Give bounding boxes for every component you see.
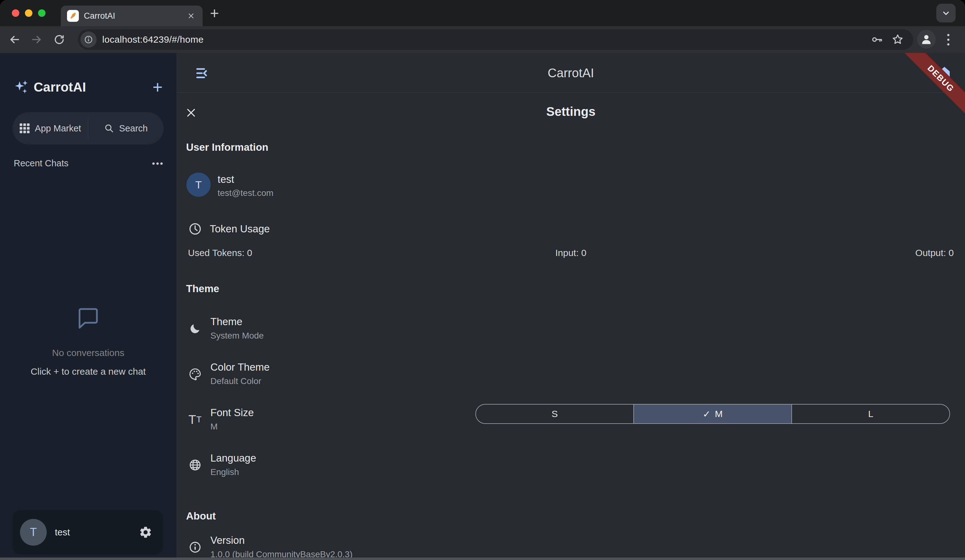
palette-icon bbox=[188, 367, 202, 381]
color-theme-value: Default Color bbox=[210, 375, 270, 387]
color-theme-label: Color Theme bbox=[210, 360, 270, 374]
collapse-menu-icon bbox=[195, 65, 210, 81]
tab-strip: CarrotAI + bbox=[0, 0, 965, 26]
reload-icon bbox=[53, 34, 65, 46]
settings-panel: Settings User Information T test test@te… bbox=[177, 93, 965, 560]
token-usage-label: Token Usage bbox=[210, 223, 270, 235]
used-tokens-value: Used Tokens: 0 bbox=[188, 248, 443, 258]
sidebar-user-card[interactable]: T test bbox=[13, 510, 163, 554]
fullscreen-window-button[interactable] bbox=[38, 9, 46, 17]
forward-button[interactable] bbox=[29, 32, 44, 47]
minimize-window-button[interactable] bbox=[25, 9, 33, 17]
user-info-row: T test test@test.com bbox=[186, 173, 273, 198]
about-heading: About bbox=[186, 510, 216, 522]
sidebar-header: CarrotAI + bbox=[14, 78, 163, 96]
empty-subtitle: Click + to create a new chat bbox=[0, 366, 177, 377]
url-text[interactable]: localhost:64239/#/home bbox=[102, 34, 204, 45]
language-value: English bbox=[210, 466, 256, 478]
font-size-segmented-control: S ✓M L bbox=[475, 404, 950, 424]
language-label: Language bbox=[210, 451, 256, 465]
tab-search-button[interactable] bbox=[936, 4, 956, 23]
home-icon bbox=[936, 65, 952, 81]
font-size-option-l[interactable]: L bbox=[792, 405, 949, 423]
font-size-value: M bbox=[210, 420, 254, 433]
account-name: test bbox=[218, 173, 273, 186]
back-arrow-icon bbox=[8, 33, 21, 46]
sidebar: CarrotAI + App Market Search Recen bbox=[0, 53, 177, 560]
recent-chats-header: Recent Chats ••• bbox=[14, 158, 164, 168]
account-email: test@test.com bbox=[218, 188, 273, 198]
search-icon bbox=[104, 123, 114, 133]
user-name: test bbox=[55, 527, 139, 537]
window-bottom-edge bbox=[0, 557, 965, 560]
token-stats-row: Used Tokens: 0 Input: 0 Output: 0 bbox=[188, 248, 954, 258]
new-tab-button[interactable]: + bbox=[206, 4, 223, 22]
window-controls bbox=[12, 9, 46, 17]
sidebar-quick-actions: App Market Search bbox=[13, 112, 164, 145]
font-size-label: Font Size bbox=[210, 405, 254, 420]
globe-icon bbox=[188, 458, 202, 472]
theme-mode-label: Theme bbox=[210, 315, 264, 329]
star-icon bbox=[891, 33, 904, 46]
font-size-option-m-label: M bbox=[715, 409, 723, 419]
font-size-row: TT Font Size M bbox=[188, 405, 254, 433]
back-button[interactable] bbox=[7, 32, 22, 47]
info-circle-icon bbox=[188, 540, 202, 554]
gear-icon[interactable] bbox=[139, 526, 152, 539]
carrot-favicon-icon bbox=[67, 10, 79, 22]
new-chat-button[interactable]: + bbox=[152, 78, 163, 96]
password-manager-button[interactable] bbox=[870, 32, 885, 47]
site-info-button[interactable] bbox=[80, 31, 96, 47]
theme-mode-value: System Mode bbox=[210, 330, 264, 342]
grid-icon bbox=[19, 123, 30, 134]
user-avatar: T bbox=[20, 519, 47, 546]
language-row[interactable]: Language English bbox=[188, 451, 256, 478]
close-window-button[interactable] bbox=[12, 9, 19, 17]
tab-close-icon[interactable] bbox=[186, 11, 196, 21]
moon-icon bbox=[188, 322, 202, 336]
sidebar-toggle-button[interactable] bbox=[195, 65, 210, 81]
font-size-option-s[interactable]: S bbox=[476, 405, 633, 423]
main-area: CarrotAI DEBUG Settings User Information bbox=[177, 53, 965, 560]
font-size-option-l-label: L bbox=[868, 409, 873, 419]
reload-button[interactable] bbox=[52, 32, 67, 47]
token-usage-row: Token Usage bbox=[188, 222, 270, 236]
forward-arrow-icon bbox=[31, 33, 43, 46]
browser-menu-button[interactable] bbox=[942, 31, 954, 48]
app-root: CarrotAI + App Market Search Recen bbox=[0, 53, 965, 560]
home-button[interactable] bbox=[936, 65, 952, 81]
bookmark-button[interactable] bbox=[890, 32, 905, 47]
font-size-icon-small: T bbox=[196, 415, 202, 424]
browser-window: CarrotAI + localhost:64239/#/home bbox=[0, 0, 965, 560]
version-row: Version 1.0.0 (build CommunityBaseBy2.0.… bbox=[188, 533, 353, 560]
check-icon: ✓ bbox=[703, 409, 710, 420]
main-header: CarrotAI bbox=[177, 53, 965, 93]
browser-tab[interactable]: CarrotAI bbox=[61, 6, 203, 26]
user-information-heading: User Information bbox=[186, 141, 268, 153]
key-icon bbox=[870, 33, 884, 46]
color-theme-row[interactable]: Color Theme Default Color bbox=[188, 360, 270, 387]
recent-chats-more-button[interactable]: ••• bbox=[152, 158, 164, 168]
address-bar[interactable]: localhost:64239/#/home bbox=[78, 29, 913, 50]
settings-title: Settings bbox=[177, 104, 965, 119]
search-button[interactable]: Search bbox=[88, 112, 164, 145]
main-header-title: CarrotAI bbox=[177, 53, 965, 93]
sparkle-logo-icon bbox=[14, 79, 29, 95]
info-icon bbox=[84, 35, 93, 44]
theme-heading: Theme bbox=[186, 283, 219, 295]
app-market-button[interactable]: App Market bbox=[13, 112, 88, 145]
person-icon bbox=[919, 33, 933, 46]
theme-mode-row[interactable]: Theme System Mode bbox=[188, 315, 264, 342]
input-tokens-value: Input: 0 bbox=[443, 248, 698, 258]
app-market-label: App Market bbox=[35, 123, 81, 134]
chevron-down-icon bbox=[941, 8, 951, 18]
profile-button[interactable] bbox=[917, 30, 936, 49]
search-label: Search bbox=[119, 123, 148, 134]
brand-title: CarrotAI bbox=[34, 80, 86, 95]
font-size-option-m[interactable]: ✓M bbox=[633, 405, 792, 423]
font-size-icon: TT bbox=[188, 412, 202, 427]
chat-bubble-icon bbox=[75, 304, 102, 331]
empty-title: No conversations bbox=[0, 348, 177, 358]
avatar: T bbox=[186, 173, 211, 197]
empty-conversations: No conversations Click + to create a new… bbox=[0, 304, 177, 377]
